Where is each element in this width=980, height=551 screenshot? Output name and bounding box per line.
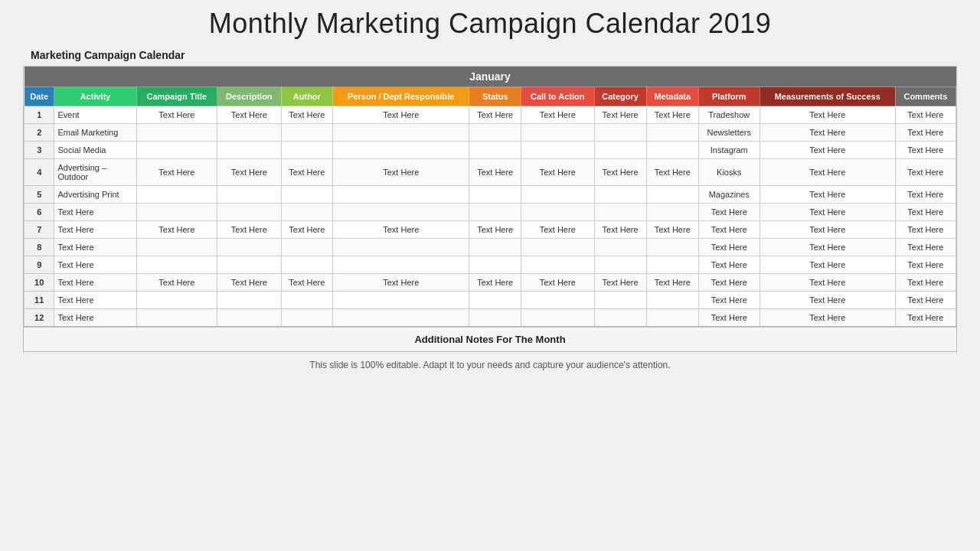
cell-comments: Text Here: [895, 186, 956, 204]
cell-metadata: [646, 124, 698, 142]
cell-person: Text Here: [333, 221, 469, 239]
cell-measurements: Text Here: [760, 106, 895, 124]
page-footer: This slide is 100% editable. Adapt it to…: [309, 360, 670, 370]
table-row: 5Advertising PrintMagazinesText HereText…: [24, 186, 956, 204]
cell-activity: Event: [54, 106, 136, 124]
cell-author: [281, 186, 332, 204]
cell-date: 7: [24, 221, 54, 239]
cell-measurements: Text Here: [760, 256, 895, 274]
cell-metadata: [646, 256, 698, 274]
cell-campaign_title: [136, 239, 217, 256]
cell-category: [594, 309, 646, 328]
cell-platform: Text Here: [698, 204, 760, 221]
cell-measurements: Text Here: [760, 221, 895, 239]
cell-comments: Text Here: [895, 159, 956, 186]
cell-comments: Text Here: [895, 221, 956, 239]
cell-measurements: Text Here: [760, 159, 895, 186]
cell-activity: Advertising Print: [54, 186, 136, 204]
cell-person: [333, 186, 469, 204]
cell-metadata: Text Here: [646, 221, 698, 239]
cell-status: Text Here: [469, 274, 521, 292]
cell-date: 10: [24, 274, 54, 292]
cell-description: [217, 124, 282, 142]
table-row: 4Advertising –OutdoorText HereText HereT…: [24, 159, 956, 186]
cell-description: [217, 204, 282, 221]
cell-status: [469, 204, 521, 221]
cell-platform: Instagram: [698, 142, 760, 159]
calendar-table-wrapper: January Date Activity Campaign Title Des…: [23, 66, 957, 352]
cell-author: [281, 239, 332, 256]
cell-description: [217, 142, 282, 159]
cell-activity: Advertising –Outdoor: [54, 159, 136, 186]
cell-comments: Text Here: [895, 239, 956, 256]
cell-status: Text Here: [469, 106, 521, 124]
cell-category: [594, 256, 646, 274]
cell-author: [281, 142, 332, 159]
additional-notes-label: Additional Notes For The Month: [24, 327, 956, 351]
cell-activity: Text Here: [54, 221, 136, 239]
cell-author: [281, 309, 332, 328]
cell-person: [333, 204, 469, 221]
cell-date: 2: [24, 124, 54, 142]
cell-metadata: [646, 239, 698, 256]
cell-measurements: Text Here: [760, 292, 895, 309]
col-header-campaign: Campaign Title: [136, 87, 217, 106]
cell-measurements: Text Here: [760, 309, 895, 328]
col-header-description: Description: [217, 87, 282, 106]
table-row: 2Email MarketingNewslettersText HereText…: [24, 124, 956, 142]
table-row: 7Text HereText HereText HereText HereTex…: [24, 221, 956, 239]
cell-category: Text Here: [594, 159, 646, 186]
cell-metadata: [646, 309, 698, 328]
cell-category: Text Here: [594, 221, 646, 239]
cell-status: Text Here: [469, 221, 521, 239]
table-row: 11Text HereText HereText HereText Here: [24, 292, 956, 309]
cell-platform: Magazines: [698, 186, 760, 204]
calendar-table: January Date Activity Campaign Title Des…: [24, 67, 956, 351]
cell-author: Text Here: [281, 274, 332, 292]
cell-cta: Text Here: [521, 106, 594, 124]
cell-category: Text Here: [594, 106, 646, 124]
cell-author: [281, 292, 332, 309]
cell-category: [594, 204, 646, 221]
cell-status: [469, 186, 521, 204]
cell-date: 9: [24, 256, 54, 274]
cell-category: [594, 142, 646, 159]
cell-platform: Newsletters: [698, 124, 760, 142]
cell-measurements: Text Here: [760, 142, 895, 159]
col-header-platform: Platform: [698, 87, 760, 106]
cell-platform: Text Here: [698, 256, 760, 274]
cell-platform: Kiosks: [698, 159, 760, 186]
cell-person: Text Here: [333, 159, 469, 186]
cell-date: 1: [24, 106, 54, 124]
table-row: 6Text HereText HereText HereText Here: [24, 204, 956, 221]
cell-activity: Text Here: [54, 292, 136, 309]
cell-person: [333, 239, 469, 256]
cell-metadata: Text Here: [646, 274, 698, 292]
cell-status: [469, 124, 521, 142]
cell-status: [469, 292, 521, 309]
table-row: 12Text HereText HereText HereText Here: [24, 309, 956, 328]
cell-campaign_title: [136, 309, 217, 328]
cell-date: 3: [24, 142, 54, 159]
cell-campaign_title: [136, 292, 217, 309]
col-header-category: Category: [594, 87, 646, 106]
cell-status: [469, 256, 521, 274]
cell-campaign_title: Text Here: [136, 106, 217, 124]
cell-status: [469, 309, 521, 328]
cell-metadata: [646, 142, 698, 159]
cell-campaign_title: [136, 256, 217, 274]
cell-comments: Text Here: [895, 309, 956, 328]
cell-campaign_title: Text Here: [136, 274, 217, 292]
cell-person: [333, 142, 469, 159]
cell-description: [217, 186, 282, 204]
cell-comments: Text Here: [895, 124, 956, 142]
table-body: 1EventText HereText HereText HereText He…: [24, 106, 956, 328]
page-title: Monthly Marketing Campaign Calendar 2019: [209, 8, 771, 40]
col-header-status: Status: [469, 87, 521, 106]
cell-measurements: Text Here: [760, 239, 895, 256]
cell-description: Text Here: [217, 221, 282, 239]
cell-platform: Text Here: [698, 221, 760, 239]
col-header-comments: Comments: [895, 87, 956, 106]
col-header-cta: Call to Action: [521, 87, 594, 106]
cell-activity: Text Here: [54, 309, 136, 328]
